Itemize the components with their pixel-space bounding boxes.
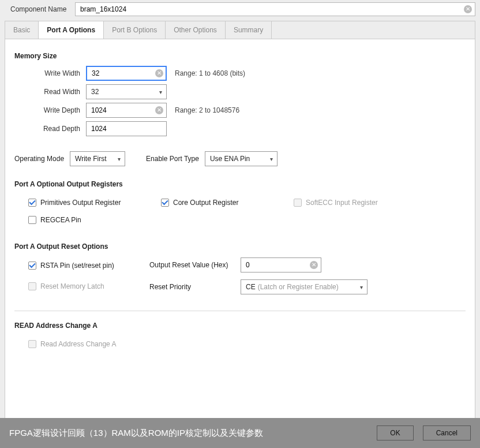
optional-registers-title: Port A Optional Output Registers <box>14 180 466 188</box>
write-depth-row: Write Depth ✕ Range: 2 to 1048576 <box>14 103 466 118</box>
reset-priority-hint: (Latch or Register Enable) <box>258 283 339 291</box>
core-output-register-checkbox[interactable]: Core Output Register <box>161 199 282 207</box>
checkbox-icon <box>28 199 36 207</box>
component-name-row: Component Name ✕ <box>0 0 480 21</box>
read-address-grid: Read Address Change A <box>14 335 466 353</box>
softecc-input-register-label: SoftECC Input Register <box>306 199 378 207</box>
read-width-select[interactable]: 32 ▾ <box>86 84 167 99</box>
cancel-button[interactable]: Cancel <box>423 425 471 440</box>
reset-priority-row: Reset Memory Latch Reset Priority CE(Lat… <box>28 279 466 294</box>
clear-icon[interactable]: ✕ <box>310 261 318 269</box>
checkbox-icon <box>28 340 36 348</box>
tab-summary[interactable]: Summary <box>226 21 272 39</box>
clear-icon[interactable]: ✕ <box>155 69 163 77</box>
optional-registers-grid: Primitives Output Register Core Output R… <box>14 194 466 229</box>
app-window: Component Name ✕ Basic Port A Options Po… <box>0 0 480 448</box>
enable-port-type-label: Enable Port Type <box>146 155 199 163</box>
reset-options-title: Port A Output Reset Options <box>14 242 466 251</box>
checkbox-icon <box>28 216 36 224</box>
write-depth-label: Write Depth <box>28 106 86 114</box>
output-reset-value-label: Output Reset Value (Hex) <box>149 261 241 269</box>
operating-mode-block: Operating Mode Write First ▾ <box>14 151 125 166</box>
write-width-row: Write Width ✕ Range: 1 to 4608 (bits) <box>14 66 466 81</box>
footer-message: FPGA逻辑设计回顾（13）RAM以及ROM的IP核定制以及关键参数 <box>9 428 367 439</box>
clear-icon[interactable]: ✕ <box>155 106 163 114</box>
checkbox-icon <box>28 282 36 290</box>
tab-other-options[interactable]: Other Options <box>166 21 226 39</box>
write-depth-range: Range: 2 to 1048576 <box>175 106 239 114</box>
component-name-label: Component Name <box>10 5 75 13</box>
read-depth-label: Read Depth <box>28 125 86 133</box>
rsta-pin-label: RSTA Pin (set/reset pin) <box>40 262 114 270</box>
read-width-row: Read Width 32 ▾ <box>14 84 466 99</box>
read-width-label: Read Width <box>28 88 86 96</box>
checkbox-icon <box>28 262 36 270</box>
write-width-range: Range: 1 to 4608 (bits) <box>175 69 245 77</box>
reset-memory-latch-label: Reset Memory Latch <box>40 282 104 290</box>
memory-size-title: Memory Size <box>14 52 466 60</box>
optional-registers-section: Port A Optional Output Registers Primiti… <box>14 180 466 229</box>
regcea-pin-checkbox[interactable]: REGCEA Pin <box>28 216 149 224</box>
read-depth-row: Read Depth <box>14 121 466 136</box>
primitives-output-register-label: Primitives Output Register <box>40 199 121 207</box>
checkbox-icon <box>294 199 302 207</box>
reset-priority-select[interactable]: CE(Latch or Register Enable) ▾ <box>241 279 367 294</box>
component-name-input[interactable] <box>75 2 475 16</box>
clear-icon[interactable]: ✕ <box>464 5 472 13</box>
read-address-title: READ Address Change A <box>14 322 466 330</box>
write-width-field: ✕ <box>86 66 167 81</box>
component-name-field: ✕ <box>75 2 475 16</box>
tab-basic[interactable]: Basic <box>5 21 39 39</box>
enable-port-block: Enable Port Type Use ENA Pin ▾ <box>146 151 278 166</box>
tab-port-b-options[interactable]: Port B Options <box>104 21 166 39</box>
tabs: Basic Port A Options Port B Options Othe… <box>5 21 475 39</box>
softecc-input-register-checkbox: SoftECC Input Register <box>294 199 415 207</box>
read-depth-input[interactable] <box>86 121 167 136</box>
ok-button[interactable]: OK <box>377 425 413 440</box>
tab-port-a-options[interactable]: Port A Options <box>39 21 104 39</box>
operating-mode-select[interactable]: Write First ▾ <box>70 151 125 166</box>
regcea-pin-label: REGCEA Pin <box>40 216 81 224</box>
checkbox-icon <box>161 199 169 207</box>
reset-options-section: Port A Output Reset Options RSTA Pin (se… <box>14 242 466 294</box>
tab-panel: Memory Size Write Width ✕ Range: 1 to 46… <box>5 39 475 424</box>
operating-mode-value: Write First <box>75 155 106 163</box>
enable-port-type-select[interactable]: Use ENA Pin ▾ <box>205 151 278 166</box>
rsta-pin-checkbox[interactable]: RSTA Pin (set/reset pin) <box>28 262 114 270</box>
reset-options-grid: RSTA Pin (set/reset pin) Output Reset Va… <box>14 257 466 294</box>
divider <box>14 311 466 311</box>
memory-size-section: Memory Size Write Width ✕ Range: 1 to 46… <box>14 52 466 136</box>
reset-memory-latch-checkbox: Reset Memory Latch <box>28 282 104 290</box>
enable-port-type-value: Use ENA Pin <box>210 155 250 163</box>
operating-mode-label: Operating Mode <box>14 155 64 163</box>
core-output-register-label: Core Output Register <box>173 199 238 207</box>
rsta-row: RSTA Pin (set/reset pin) Output Reset Va… <box>28 257 466 272</box>
output-reset-value-field: ✕ <box>241 257 321 272</box>
footer-bar: FPGA逻辑设计回顾（13）RAM以及ROM的IP核定制以及关键参数 OK Ca… <box>0 418 480 448</box>
read-depth-field <box>86 121 167 136</box>
read-address-change-a-checkbox: Read Address Change A <box>28 340 149 348</box>
write-depth-field: ✕ <box>86 103 167 118</box>
write-width-label: Write Width <box>28 69 86 77</box>
read-width-value: 32 <box>91 88 99 96</box>
read-address-change-a-label: Read Address Change A <box>40 340 116 348</box>
tabs-shell: Basic Port A Options Port B Options Othe… <box>5 21 475 424</box>
write-depth-input[interactable] <box>86 103 167 118</box>
read-address-section: READ Address Change A Read Address Chang… <box>14 322 466 353</box>
reset-priority-value: CE <box>246 283 256 291</box>
operating-row: Operating Mode Write First ▾ Enable Port… <box>14 151 466 166</box>
reset-priority-label: Reset Priority <box>149 283 241 291</box>
primitives-output-register-checkbox[interactable]: Primitives Output Register <box>28 199 149 207</box>
output-reset-value-input[interactable] <box>241 257 321 272</box>
write-width-input[interactable] <box>86 66 167 81</box>
